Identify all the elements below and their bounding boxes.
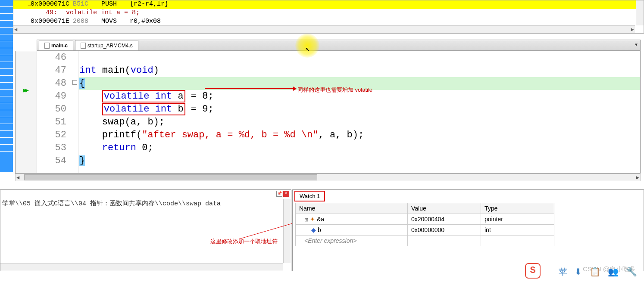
code-line: volatile int b = 9; bbox=[79, 103, 640, 116]
close-icon[interactable]: × bbox=[283, 191, 289, 197]
watch-row[interactable]: ⊞✦ &a 0x20000404 pointer bbox=[296, 214, 554, 225]
watch-value: 0x00000000 bbox=[408, 225, 481, 236]
cursor-icon: ↖ bbox=[305, 44, 310, 53]
disasm-opcode: B51C bbox=[73, 0, 88, 9]
line-num: 47 bbox=[37, 64, 66, 77]
watch-name: &a bbox=[317, 216, 324, 223]
svg-line-0 bbox=[239, 223, 295, 239]
watch-type: int bbox=[481, 225, 554, 236]
annotation-arrow-2 bbox=[239, 222, 300, 239]
watch-header-row: Name Value Type bbox=[296, 203, 554, 214]
pin-icon[interactable]: 📌 bbox=[276, 191, 282, 197]
disasm-address: 0x0000071E bbox=[31, 18, 69, 26]
var-icon: ◆ bbox=[311, 226, 318, 233]
tab-label: main.c bbox=[51, 43, 68, 49]
file-icon bbox=[44, 43, 50, 49]
line-num: 52 bbox=[37, 129, 66, 142]
col-value[interactable]: Value bbox=[408, 203, 481, 214]
code-margin: ▶▶ bbox=[16, 51, 37, 173]
line-num: 49 bbox=[37, 90, 66, 103]
scroll-thumb[interactable] bbox=[24, 174, 317, 180]
watch-name: b bbox=[318, 226, 321, 233]
tab-dropdown-icon[interactable]: ▼ bbox=[635, 43, 638, 47]
expand-icon[interactable]: ⊞ bbox=[304, 217, 308, 222]
disassembly-panel[interactable]: ➡ 0x0000071C B51C PUSH {r2-r4,lr} 49: vo… bbox=[13, 0, 644, 34]
annotation-arrow-1 bbox=[205, 88, 295, 89]
fold-column: - bbox=[72, 51, 78, 173]
line-num: 46 bbox=[37, 51, 66, 64]
annotation-box: volatile int b bbox=[102, 103, 185, 115]
annotation-text-1: 同样的这里也需要增加 volatile bbox=[297, 86, 372, 94]
tab-main-c[interactable]: main.c bbox=[39, 40, 73, 50]
watch-enter-row[interactable]: <Enter expression> bbox=[296, 236, 554, 246]
scroll-left-icon[interactable]: ◀ bbox=[14, 26, 17, 33]
code-line: } bbox=[79, 155, 640, 167]
disasm-opcode: 2008 bbox=[73, 18, 88, 26]
line-num: 50 bbox=[37, 103, 66, 116]
code-line bbox=[79, 51, 640, 64]
watch-tab[interactable]: Watch 1 bbox=[294, 191, 325, 201]
disasm-line[interactable]: 0x0000071E 2008 MOVS r0,#0x08 bbox=[13, 18, 644, 26]
code-line: return 0; bbox=[79, 142, 640, 155]
line-num: 54 bbox=[37, 155, 66, 167]
code-line: int main(void) bbox=[79, 64, 640, 77]
col-name[interactable]: Name bbox=[296, 203, 408, 214]
col-type[interactable]: Type bbox=[481, 203, 554, 214]
code-line: printf("after swap, a = %d, b = %d \n", … bbox=[79, 129, 640, 142]
tray-icons[interactable]: 苹 ⬇ 📋 👥 🔧 bbox=[559, 266, 640, 278]
src-text: volatile int a = 8; bbox=[66, 9, 140, 18]
struct-icon: ✦ bbox=[310, 216, 317, 223]
watch-panel: Watch 1 Name Value Type ⊞✦ &a 0x20000404… bbox=[292, 189, 644, 271]
line-num: 53 bbox=[37, 142, 66, 155]
watch-type: pointer bbox=[481, 214, 554, 225]
address-gutter bbox=[0, 0, 13, 172]
line-num: 48 bbox=[37, 77, 66, 90]
scroll-left-icon[interactable]: ◀ bbox=[16, 174, 19, 181]
code-editor[interactable]: ▶▶ 46 47 48 49 50 51 52 53 54 - int main… bbox=[15, 51, 641, 174]
disasm-line-current[interactable]: 0x0000071C B51C PUSH {r2-r4,lr} bbox=[13, 0, 644, 9]
disasm-hscroll[interactable]: ◀ ▶ bbox=[13, 25, 635, 33]
code-content[interactable]: int main(void) { volatile int a = 8; vol… bbox=[78, 51, 640, 173]
disasm-operands: {r2-r4,lr} bbox=[130, 0, 169, 9]
scroll-right-icon[interactable]: ▶ bbox=[636, 174, 639, 181]
editor-hscroll[interactable]: ◀ ▶ bbox=[15, 174, 641, 181]
watch-table: Name Value Type ⊞✦ &a 0x20000404 pointer… bbox=[295, 203, 554, 246]
tab-startup-s[interactable]: startup_ARMCM4.s bbox=[75, 40, 138, 50]
disasm-operands: r0,#0x08 bbox=[130, 18, 161, 26]
watch-row[interactable]: ◆ b 0x00000000 int bbox=[296, 225, 554, 236]
line-numbers: 46 47 48 49 50 51 52 53 54 bbox=[37, 51, 72, 173]
ime-icon[interactable]: S bbox=[525, 263, 541, 279]
pc-arrow-icon: ➡ bbox=[28, 2, 31, 9]
enter-expression[interactable]: <Enter expression> bbox=[296, 236, 408, 246]
disasm-mnemonic: PUSH bbox=[101, 0, 117, 9]
scroll-right-icon[interactable]: ▶ bbox=[631, 26, 634, 33]
disasm-source-line[interactable]: 49: volatile int a = 8; bbox=[13, 9, 644, 18]
exec-pointer-icon: ▶▶ bbox=[23, 87, 27, 94]
output-hscroll[interactable] bbox=[0, 263, 283, 271]
annotation-box: volatile int a bbox=[102, 90, 185, 102]
line-num: 51 bbox=[37, 116, 66, 129]
disasm-vscroll[interactable] bbox=[636, 0, 644, 25]
editor-tabs: main.c startup_ARMCM4.s ▼ bbox=[37, 40, 641, 51]
code-line: swap(a, b); bbox=[79, 116, 640, 129]
src-linenum: 49: bbox=[46, 9, 57, 18]
tab-label: startup_ARMCM4.s bbox=[88, 43, 133, 49]
file-icon bbox=[81, 43, 86, 49]
fold-toggle-icon[interactable]: - bbox=[72, 80, 77, 85]
disasm-address: 0x0000071C bbox=[31, 0, 69, 9]
watch-value: 0x20000404 bbox=[408, 214, 481, 225]
disasm-mnemonic: MOVS bbox=[101, 18, 117, 26]
